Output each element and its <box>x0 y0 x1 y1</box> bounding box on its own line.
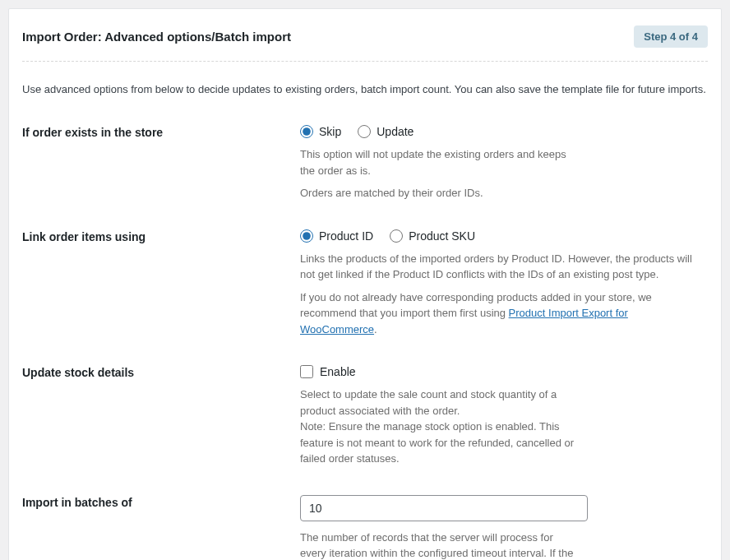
radio-product-sku[interactable]: Product SKU <box>390 229 475 243</box>
checkbox-enable-stock-label: Enable <box>320 365 356 378</box>
step-badge: Step 4 of 4 <box>634 25 708 48</box>
link-items-help-1: Links the products of the imported order… <box>300 251 708 283</box>
radio-product-sku-label: Product SKU <box>409 229 475 243</box>
page-title: Import Order: Advanced options/Batch imp… <box>22 30 291 44</box>
batch-size-input[interactable] <box>300 495 588 521</box>
checkbox-enable-stock[interactable] <box>300 365 313 378</box>
radio-product-id-input[interactable] <box>300 229 313 243</box>
if-exists-help-1: This option will not update the existing… <box>300 146 580 178</box>
radio-product-sku-input[interactable] <box>390 229 403 243</box>
label-link-items: Link order items using <box>22 229 300 243</box>
radio-update-input[interactable] <box>358 125 371 138</box>
stock-help-1: Select to update the sale count and stoc… <box>300 386 580 419</box>
link-items-help-2: If you do not already have corresponding… <box>300 289 708 338</box>
import-advanced-panel: Import Order: Advanced options/Batch imp… <box>8 8 722 560</box>
stock-help-2: Note: Ensure the manage stock option is … <box>300 419 580 467</box>
label-stock-details: Update stock details <box>22 365 300 379</box>
link-items-help-2-suffix: . <box>374 323 377 336</box>
if-exists-radio-group: Skip Update <box>300 125 708 138</box>
field-link-items: Link order items using Product ID Produc… <box>22 229 708 338</box>
panel-header: Import Order: Advanced options/Batch imp… <box>22 25 708 62</box>
radio-update[interactable]: Update <box>358 125 414 138</box>
radio-update-label: Update <box>377 125 414 138</box>
stock-enable-option: Enable <box>300 365 708 378</box>
batches-help: The number of records that the server wi… <box>300 530 580 561</box>
radio-skip-input[interactable] <box>300 125 313 138</box>
page-description: Use advanced options from below to decid… <box>22 83 708 95</box>
if-exists-help-2: Orders are matched by their order IDs. <box>300 185 580 201</box>
radio-skip[interactable]: Skip <box>300 125 341 138</box>
field-stock-details: Update stock details Enable Select to up… <box>22 365 708 467</box>
radio-product-id-label: Product ID <box>319 229 373 243</box>
field-batches: Import in batches of The number of recor… <box>22 495 708 561</box>
radio-skip-label: Skip <box>319 125 341 138</box>
field-if-order-exists: If order exists in the store Skip Update… <box>22 125 708 201</box>
label-if-order-exists: If order exists in the store <box>22 125 300 139</box>
radio-product-id[interactable]: Product ID <box>300 229 373 243</box>
link-items-radio-group: Product ID Product SKU <box>300 229 708 243</box>
label-batches: Import in batches of <box>22 495 300 509</box>
